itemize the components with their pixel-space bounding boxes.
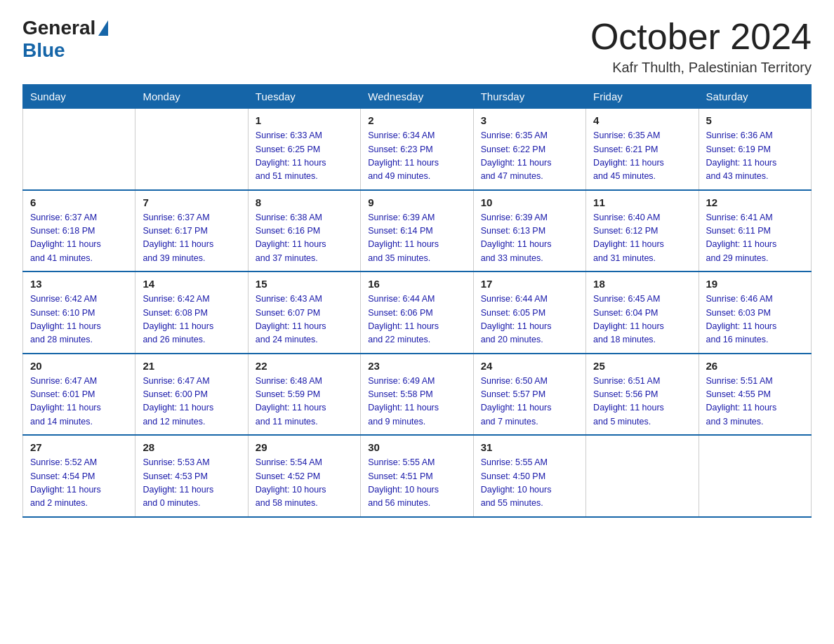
week-row-4: 20Sunrise: 6:47 AM Sunset: 6:01 PM Dayli…: [23, 354, 812, 436]
day-info: Sunrise: 6:44 AM Sunset: 6:05 PM Dayligh…: [481, 293, 578, 347]
day-info: Sunrise: 6:47 AM Sunset: 6:01 PM Dayligh…: [30, 375, 128, 429]
calendar-cell: 5Sunrise: 6:36 AM Sunset: 6:19 PM Daylig…: [699, 109, 811, 190]
day-number: 20: [30, 360, 128, 372]
week-row-3: 13Sunrise: 6:42 AM Sunset: 6:10 PM Dayli…: [23, 271, 812, 354]
page-header: General Blue October 2024 Kafr Thulth, P…: [22, 17, 812, 76]
day-info: Sunrise: 6:37 AM Sunset: 6:18 PM Dayligh…: [30, 211, 128, 266]
calendar-cell: 13Sunrise: 6:42 AM Sunset: 6:10 PM Dayli…: [23, 271, 135, 354]
day-number: 11: [593, 196, 691, 208]
day-info: Sunrise: 6:36 AM Sunset: 6:19 PM Dayligh…: [706, 129, 804, 184]
day-number: 5: [706, 114, 804, 126]
day-number: 14: [143, 278, 240, 290]
week-row-1: 1Sunrise: 6:33 AM Sunset: 6:25 PM Daylig…: [23, 109, 812, 190]
logo-general-text: General: [22, 17, 95, 39]
calendar-cell: 22Sunrise: 6:48 AM Sunset: 5:59 PM Dayli…: [248, 354, 360, 436]
day-number: 15: [256, 278, 353, 290]
logo-blue-text: Blue: [22, 39, 65, 62]
day-number: 21: [143, 360, 240, 372]
day-info: Sunrise: 6:34 AM Sunset: 6:23 PM Dayligh…: [368, 129, 465, 184]
calendar-cell: [699, 435, 811, 517]
day-info: Sunrise: 5:55 AM Sunset: 4:50 PM Dayligh…: [481, 456, 578, 511]
day-number: 18: [593, 278, 691, 290]
day-number: 8: [256, 196, 353, 208]
calendar-cell: 16Sunrise: 6:44 AM Sunset: 6:06 PM Dayli…: [361, 271, 473, 354]
calendar-cell: 27Sunrise: 5:52 AM Sunset: 4:54 PM Dayli…: [23, 435, 135, 517]
day-info: Sunrise: 6:42 AM Sunset: 6:10 PM Dayligh…: [30, 293, 128, 347]
day-info: Sunrise: 5:53 AM Sunset: 4:53 PM Dayligh…: [143, 456, 240, 511]
day-info: Sunrise: 6:51 AM Sunset: 5:56 PM Dayligh…: [593, 375, 691, 429]
day-info: Sunrise: 6:40 AM Sunset: 6:12 PM Dayligh…: [593, 211, 691, 266]
day-info: Sunrise: 6:47 AM Sunset: 6:00 PM Dayligh…: [143, 375, 240, 429]
calendar-cell: 7Sunrise: 6:37 AM Sunset: 6:17 PM Daylig…: [135, 190, 248, 272]
logo-general: General: [22, 17, 108, 39]
calendar-cell: 30Sunrise: 5:55 AM Sunset: 4:51 PM Dayli…: [361, 435, 473, 517]
day-number: 25: [593, 360, 691, 372]
day-info: Sunrise: 6:33 AM Sunset: 6:25 PM Dayligh…: [256, 129, 353, 184]
logo-triangle-icon: [98, 20, 108, 36]
column-header-thursday: Thursday: [473, 85, 585, 109]
day-info: Sunrise: 6:48 AM Sunset: 5:59 PM Dayligh…: [256, 375, 353, 429]
calendar-cell: 25Sunrise: 6:51 AM Sunset: 5:56 PM Dayli…: [586, 354, 699, 436]
day-info: Sunrise: 5:54 AM Sunset: 4:52 PM Dayligh…: [256, 456, 353, 511]
calendar-cell: 11Sunrise: 6:40 AM Sunset: 6:12 PM Dayli…: [586, 190, 699, 272]
day-info: Sunrise: 6:39 AM Sunset: 6:13 PM Dayligh…: [481, 211, 578, 266]
day-info: Sunrise: 6:41 AM Sunset: 6:11 PM Dayligh…: [706, 211, 804, 266]
day-info: Sunrise: 6:45 AM Sunset: 6:04 PM Dayligh…: [593, 293, 691, 347]
calendar-cell: 29Sunrise: 5:54 AM Sunset: 4:52 PM Dayli…: [248, 435, 360, 517]
day-number: 22: [256, 360, 353, 372]
calendar-cell: 2Sunrise: 6:34 AM Sunset: 6:23 PM Daylig…: [361, 109, 473, 190]
week-row-2: 6Sunrise: 6:37 AM Sunset: 6:18 PM Daylig…: [23, 190, 812, 272]
calendar-cell: 28Sunrise: 5:53 AM Sunset: 4:53 PM Dayli…: [135, 435, 248, 517]
day-number: 26: [706, 360, 804, 372]
calendar-cell: 24Sunrise: 6:50 AM Sunset: 5:57 PM Dayli…: [473, 354, 585, 436]
calendar-cell: 9Sunrise: 6:39 AM Sunset: 6:14 PM Daylig…: [361, 190, 473, 272]
day-number: 31: [481, 441, 578, 453]
calendar-cell: 20Sunrise: 6:47 AM Sunset: 6:01 PM Dayli…: [23, 354, 135, 436]
day-number: 23: [368, 360, 465, 372]
day-number: 7: [143, 196, 240, 208]
calendar-cell: 31Sunrise: 5:55 AM Sunset: 4:50 PM Dayli…: [473, 435, 585, 517]
day-number: 19: [706, 278, 804, 290]
day-info: Sunrise: 6:46 AM Sunset: 6:03 PM Dayligh…: [706, 293, 804, 347]
calendar-cell: 10Sunrise: 6:39 AM Sunset: 6:13 PM Dayli…: [473, 190, 585, 272]
day-number: 17: [481, 278, 578, 290]
calendar-cell: 23Sunrise: 6:49 AM Sunset: 5:58 PM Dayli…: [361, 354, 473, 436]
page-subtitle: Kafr Thulth, Palestinian Territory: [590, 60, 812, 76]
day-info: Sunrise: 6:49 AM Sunset: 5:58 PM Dayligh…: [368, 375, 465, 429]
calendar-cell: [23, 109, 135, 190]
day-info: Sunrise: 6:50 AM Sunset: 5:57 PM Dayligh…: [481, 375, 578, 429]
day-info: Sunrise: 5:55 AM Sunset: 4:51 PM Dayligh…: [368, 456, 465, 511]
day-number: 28: [143, 441, 240, 453]
day-number: 4: [593, 114, 691, 126]
calendar-cell: 3Sunrise: 6:35 AM Sunset: 6:22 PM Daylig…: [473, 109, 585, 190]
calendar-cell: 6Sunrise: 6:37 AM Sunset: 6:18 PM Daylig…: [23, 190, 135, 272]
page-title: October 2024: [590, 17, 812, 57]
day-number: 29: [256, 441, 353, 453]
calendar-cell: [135, 109, 248, 190]
column-header-saturday: Saturday: [699, 85, 811, 109]
calendar-cell: 14Sunrise: 6:42 AM Sunset: 6:08 PM Dayli…: [135, 271, 248, 354]
day-number: 12: [706, 196, 804, 208]
calendar-cell: 12Sunrise: 6:41 AM Sunset: 6:11 PM Dayli…: [699, 190, 811, 272]
day-number: 24: [481, 360, 578, 372]
column-header-sunday: Sunday: [23, 85, 135, 109]
calendar-table: SundayMondayTuesdayWednesdayThursdayFrid…: [22, 84, 812, 518]
day-info: Sunrise: 5:51 AM Sunset: 4:55 PM Dayligh…: [706, 375, 804, 429]
calendar-cell: 18Sunrise: 6:45 AM Sunset: 6:04 PM Dayli…: [586, 271, 699, 354]
day-number: 6: [30, 196, 128, 208]
calendar-cell: [586, 435, 699, 517]
calendar-cell: 26Sunrise: 5:51 AM Sunset: 4:55 PM Dayli…: [699, 354, 811, 436]
column-header-monday: Monday: [135, 85, 248, 109]
day-info: Sunrise: 6:39 AM Sunset: 6:14 PM Dayligh…: [368, 211, 465, 266]
column-header-tuesday: Tuesday: [248, 85, 360, 109]
day-number: 2: [368, 114, 465, 126]
calendar-cell: 21Sunrise: 6:47 AM Sunset: 6:00 PM Dayli…: [135, 354, 248, 436]
calendar-cell: 17Sunrise: 6:44 AM Sunset: 6:05 PM Dayli…: [473, 271, 585, 354]
day-info: Sunrise: 5:52 AM Sunset: 4:54 PM Dayligh…: [30, 456, 128, 511]
calendar-cell: 1Sunrise: 6:33 AM Sunset: 6:25 PM Daylig…: [248, 109, 360, 190]
header-row: SundayMondayTuesdayWednesdayThursdayFrid…: [23, 85, 812, 109]
calendar-cell: 19Sunrise: 6:46 AM Sunset: 6:03 PM Dayli…: [699, 271, 811, 354]
column-header-friday: Friday: [586, 85, 699, 109]
week-row-5: 27Sunrise: 5:52 AM Sunset: 4:54 PM Dayli…: [23, 435, 812, 517]
day-number: 3: [481, 114, 578, 126]
